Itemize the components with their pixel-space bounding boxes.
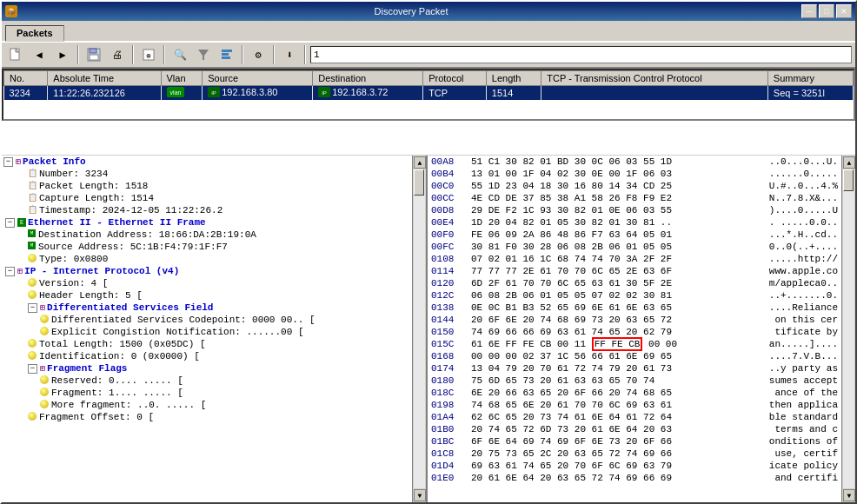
field-ident: Identification: 0 (0x0000) [ — [26, 350, 412, 362]
hex-bytes: 6E 20 66 63 65 20 6F 66 20 74 68 65 — [471, 387, 769, 399]
filter-input[interactable] — [310, 46, 852, 63]
hex-row[interactable]: 00F0FE 06 09 2A 86 48 86 F7 63 64 05 01.… — [428, 229, 841, 241]
toolbar-btn-forward[interactable]: ▶ — [52, 45, 73, 64]
hex-bytes: 29 DE F2 1C 93 30 82 01 0E 06 03 55 — [471, 204, 764, 216]
hex-offset: 0144 — [431, 314, 466, 326]
col-vlan[interactable]: Vlan — [161, 71, 203, 86]
col-proto[interactable]: Protocol — [423, 71, 487, 86]
hex-row[interactable]: 01E020 61 6E 64 20 63 65 72 74 69 66 69 … — [428, 472, 841, 484]
svg-rect-3 — [90, 49, 96, 53]
close-button[interactable]: ✕ — [836, 4, 852, 18]
hex-row[interactable]: 00FC30 81 F0 30 28 06 08 2B 06 01 05 050… — [428, 241, 841, 253]
hex-row[interactable]: 018075 6D 65 73 20 61 63 63 65 70 74sume… — [428, 375, 841, 387]
hex-offset: 01A4 — [431, 411, 466, 423]
toolbar-btn-save[interactable] — [83, 45, 104, 64]
hex-row[interactable]: 010807 02 01 16 1C 68 74 74 70 3A 2F 2F.… — [428, 253, 841, 265]
field-fragoffset: Fragment Offset: 0 [ — [26, 411, 412, 423]
expand-ip[interactable]: − — [5, 267, 15, 276]
minimize-button[interactable]: ─ — [801, 4, 817, 18]
toolbar-btn-send[interactable]: ⬇ — [279, 45, 300, 64]
hex-offset: 012C — [431, 289, 466, 302]
hex-row[interactable]: 015C61 6E FF FE CB 00 11 FF FE CB 00 00a… — [428, 338, 841, 350]
hex-row[interactable]: 01C820 75 73 65 2C 20 63 65 72 74 69 66 … — [428, 448, 841, 460]
hex-row[interactable]: 00D829 DE F2 1C 93 30 82 01 0E 06 03 55)… — [428, 204, 841, 216]
toolbar-btn-decode[interactable] — [216, 45, 237, 64]
scroll-up-btn[interactable]: ▲ — [414, 156, 426, 169]
toolbar-btn-mark[interactable]: ⊕ — [138, 45, 159, 64]
hex-ascii: ble standard — [769, 411, 838, 423]
hex-row[interactable]: 01B020 74 65 72 6D 73 20 61 6E 64 20 63 … — [428, 423, 841, 435]
hex-row[interactable]: 01380E 0C B1 B3 52 65 69 6E 61 6E 63 65.… — [428, 302, 841, 314]
expand-frag-flags[interactable]: − — [28, 364, 37, 374]
decode-icon — [220, 48, 234, 62]
hex-row[interactable]: 00C055 1D 23 04 18 30 16 80 14 34 CD 25U… — [428, 180, 841, 192]
hex-row[interactable]: 01206D 2F 61 70 70 6C 65 63 61 30 5F 2Em… — [428, 277, 841, 289]
hex-bytes: 6F 6E 64 69 74 69 6F 6E 73 20 6F 66 — [471, 435, 764, 448]
hex-row[interactable]: 00CC4E CD DE 37 85 38 A1 58 26 F8 F9 E2N… — [428, 192, 841, 204]
toolbar-btn-print[interactable]: 🖨 — [107, 45, 128, 64]
hex-row[interactable]: 01A462 6C 65 20 73 74 61 6E 64 61 72 64b… — [428, 411, 841, 423]
svg-rect-8 — [222, 50, 232, 52]
section-ip-header[interactable]: − ⊞ IP - Internet Protocol (v4) — [2, 265, 412, 277]
tab-packets[interactable]: Packets — [5, 25, 64, 42]
hex-scroll-thumb[interactable] — [843, 169, 854, 191]
details-scrollbar[interactable]: ▲ ▼ — [412, 156, 426, 502]
col-length[interactable]: Length — [486, 71, 541, 86]
hex-scroll-down-btn[interactable]: ▼ — [843, 489, 855, 501]
col-no[interactable]: No. — [4, 71, 48, 86]
dst-icon: IP — [318, 87, 330, 97]
hex-ascii: . .....0.0.. — [769, 216, 838, 229]
hex-ascii: terms and c — [769, 423, 838, 435]
frag-flags-header[interactable]: − ⊞ Fragment Flags — [26, 362, 412, 375]
scroll-down-btn[interactable]: ▼ — [414, 489, 426, 501]
hex-row[interactable]: 012C06 08 2B 06 01 05 05 07 02 02 30 81.… — [428, 289, 841, 302]
col-tcp[interactable]: TCP - Transmission Control Protocol — [541, 71, 768, 86]
hex-scrollbar[interactable]: ▲ ▼ — [841, 156, 855, 502]
section-ethernet-header[interactable]: − E Ethernet II - Ethernet II Frame — [2, 216, 412, 229]
diff-services-header[interactable]: − ⊞ Differentiated Services Field — [26, 302, 412, 314]
maximize-button[interactable]: □ — [819, 4, 834, 18]
col-summary[interactable]: Summary — [767, 71, 853, 86]
hex-row[interactable]: 015074 69 66 66 69 63 61 74 65 20 62 79t… — [428, 326, 841, 338]
expand-ethernet[interactable]: − — [5, 218, 15, 228]
hex-offset: 01B0 — [431, 423, 466, 435]
table-row[interactable]: 3234 11:22:26.232126 vlan IP — [4, 86, 854, 101]
field-version: Version: 4 [ — [26, 277, 412, 289]
hex-row[interactable]: 018C6E 20 66 63 65 20 6F 66 20 74 68 65a… — [428, 387, 841, 399]
svg-text:IP: IP — [322, 90, 327, 96]
hex-row[interactable]: 00E41D 20 04 82 01 05 30 82 01 30 81 ...… — [428, 216, 841, 229]
section-packet-info-header[interactable]: − ⊞ Packet Info — [2, 156, 412, 168]
hex-row[interactable]: 00A851 C1 30 82 01 BD 30 0C 06 03 55 1D.… — [428, 156, 841, 168]
hex-bytes: FE 06 09 2A 86 48 86 F7 63 64 05 01 — [471, 229, 764, 241]
content-area: − ⊞ Packet Info 📋 Number: 3234 📋 Packet … — [2, 156, 855, 502]
scroll-thumb[interactable] — [414, 169, 424, 196]
col-source[interactable]: Source — [203, 71, 313, 86]
hex-row[interactable]: 014420 6F 6E 20 74 68 69 73 20 63 65 72 … — [428, 314, 841, 326]
hex-row[interactable]: 011477 77 77 2E 61 70 70 6C 65 2E 63 6Fw… — [428, 265, 841, 277]
hex-offset: 01E0 — [431, 472, 466, 484]
hex-offset: 0150 — [431, 326, 466, 338]
hex-row[interactable]: 019874 68 65 6E 20 61 70 70 6C 69 63 61t… — [428, 399, 841, 411]
hex-scroll[interactable]: 00A851 C1 30 82 01 BD 30 0C 06 03 55 1D.… — [428, 156, 841, 502]
col-dest[interactable]: Destination — [313, 71, 423, 86]
field-ecn-value: ......00 — [246, 327, 292, 337]
hex-row[interactable]: 017413 04 79 20 70 61 72 74 79 20 61 73.… — [428, 362, 841, 375]
expand-diff-services[interactable]: − — [28, 303, 37, 313]
hex-row[interactable]: 01D469 63 61 74 65 20 70 6F 6C 69 63 79i… — [428, 460, 841, 472]
toolbar-btn-filter2[interactable] — [193, 45, 214, 64]
toolbar-btn-new[interactable] — [5, 45, 26, 64]
fragoffset-icon — [28, 412, 37, 421]
toolbar-btn-filter[interactable]: 🔍 — [169, 45, 190, 64]
hex-row[interactable]: 016800 00 00 02 37 1C 56 66 61 6E 69 65.… — [428, 350, 841, 362]
ethernet-icon: E — [17, 218, 26, 227]
hex-row[interactable]: 00B413 01 00 1F 04 02 30 0E 00 1F 06 03.… — [428, 168, 841, 180]
expand-packet-info[interactable]: − — [3, 157, 13, 167]
field-type-value: 0x0800 — [74, 254, 109, 264]
hex-row[interactable]: 01BC6F 6E 64 69 74 69 6F 6E 73 20 6F 66o… — [428, 435, 841, 448]
toolbar-btn-back[interactable]: ◀ — [29, 45, 50, 64]
toolbar-btn-settings[interactable]: ⚙ — [248, 45, 269, 64]
col-time[interactable]: Absolute Time — [48, 71, 161, 86]
title-bar: 📦 Discovery Packet ─ □ ✕ — [2, 2, 855, 21]
details-scroll[interactable]: − ⊞ Packet Info 📋 Number: 3234 📋 Packet … — [2, 156, 412, 502]
hex-scroll-up-btn[interactable]: ▲ — [843, 156, 855, 169]
